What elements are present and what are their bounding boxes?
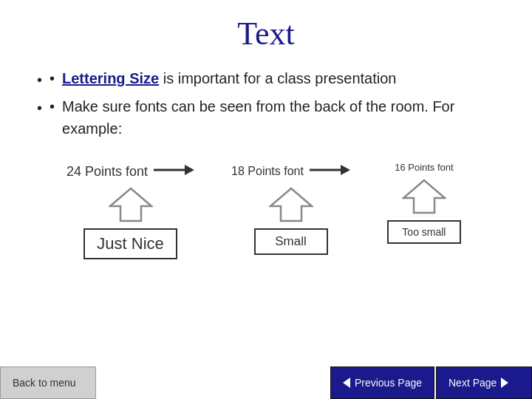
box-label-1: Just Nice [83, 228, 177, 259]
bullet-section: • Lettering Size is important for a clas… [30, 67, 502, 140]
size-label-1: 24 Points font [66, 164, 148, 180]
example-label-row-3: 16 Points font [395, 162, 454, 173]
arrow-2 [310, 162, 350, 181]
example-item-3: 16 Points font Too small [387, 162, 461, 244]
svg-marker-6 [403, 180, 445, 213]
example-item-2: 18 Points font Small [231, 162, 350, 255]
next-label: Next Page [449, 377, 497, 389]
size-label-2: 18 Points font [231, 165, 304, 178]
arrow-1 [154, 162, 194, 181]
box-label-3: Too small [387, 220, 461, 244]
bold-term: Lettering Size [62, 70, 159, 86]
example-label-row-2: 18 Points font [231, 162, 350, 181]
example-item-1: 24 Points font Just Nice [66, 162, 194, 259]
previous-page-button[interactable]: Previous Page [330, 366, 434, 399]
up-arrow-3 [402, 179, 446, 214]
main-content: Text • Lettering Size is important for a… [0, 0, 532, 318]
prev-label: Previous Page [355, 377, 422, 389]
nav-spacer [96, 366, 330, 399]
box-label-2: Small [254, 228, 328, 255]
bullet-item-2: • Make sure fonts can be seen from the b… [37, 95, 502, 140]
bullet-text-2: Make sure fonts can be seen from the bac… [62, 95, 502, 140]
up-arrow-2 [269, 187, 313, 222]
size-label-3: 16 Points font [395, 162, 454, 173]
bullet-item-1: • Lettering Size is important for a clas… [37, 67, 502, 91]
bottom-nav-bar: Back to menu Previous Page Next Page [0, 366, 532, 399]
prev-triangle-icon [343, 378, 350, 388]
example-label-row-1: 24 Points font [66, 162, 194, 181]
svg-marker-1 [185, 165, 194, 175]
examples-section: 24 Points font Just Nice 18 Points f [30, 162, 502, 259]
back-to-menu-button[interactable]: Back to menu [0, 366, 96, 399]
svg-marker-4 [341, 165, 350, 175]
svg-marker-2 [110, 188, 151, 221]
svg-marker-5 [270, 188, 312, 221]
page-title: Text [30, 15, 502, 52]
bullet-text-1: Lettering Size is important for a class … [62, 67, 396, 89]
next-page-button[interactable]: Next Page [436, 366, 532, 399]
next-triangle-icon [501, 378, 508, 388]
up-arrow-1 [109, 187, 153, 222]
